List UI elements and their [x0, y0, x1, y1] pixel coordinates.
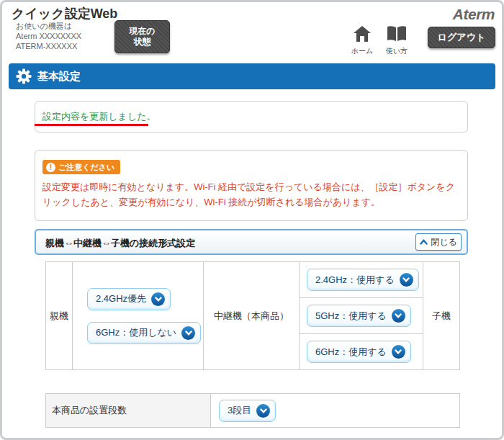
chevron-down-icon	[392, 309, 405, 323]
connection-settings-panel-header: 親機⇔中継機⇔子機の接続形式設定 閉じる	[35, 229, 468, 255]
placement-select[interactable]: 3段目	[219, 400, 276, 422]
home-button[interactable]: ホーム	[348, 25, 376, 56]
aterm-logo: Aterm	[453, 6, 495, 23]
placement-table: 本商品の設置段数 3段目	[45, 393, 460, 428]
parent-6ghz-select[interactable]: 6GHz：使用しない	[87, 322, 201, 344]
child-5ghz-select[interactable]: 5GHz：使用する	[307, 305, 411, 327]
caution-text: 設定変更は即時に有効となります。Wi-Fi 経由で設定を行っている場合には、［設…	[42, 179, 459, 210]
logout-label: ログアウト	[438, 31, 486, 44]
child-2-4ghz-value: 2.4GHz：使用する	[315, 274, 395, 287]
open-book-icon	[386, 25, 408, 45]
parent-selects-cell: 2.4GHz優先 6GHz：使用しない	[73, 262, 204, 370]
collapse-button-label: 閉じる	[431, 236, 457, 248]
current-status-label-line2: 状態	[134, 37, 151, 48]
device-model: Aterm XXXXXXXX	[16, 31, 81, 41]
chevron-up-icon	[420, 237, 428, 247]
connection-table: 親機 2.4GHz優先 6GHz：使用しない 中継機（本商品） 2.4GHz：使…	[45, 261, 460, 370]
update-message-box: 設定内容を更新しました。	[35, 101, 468, 133]
connection-settings-title: 親機⇔中継機⇔子機の接続形式設定	[45, 237, 195, 250]
device-intro: お使いの機器は	[16, 21, 81, 31]
child-device-label: 子機	[423, 262, 460, 370]
chevron-down-icon	[151, 292, 165, 306]
help-label: 使い方	[386, 46, 408, 56]
gear-icon	[16, 68, 32, 84]
table-row: 親機 2.4GHz優先 6GHz：使用しない 中継機（本商品） 2.4GHz：使…	[46, 262, 460, 298]
child-5ghz-value: 5GHz：使用する	[315, 310, 387, 323]
table-row: 本商品の設置段数 3段目	[46, 394, 460, 428]
page-title: クイック設定Web	[12, 5, 117, 22]
placement-value: 3段目	[228, 404, 251, 417]
chevron-down-icon	[392, 345, 405, 359]
parent-band-priority-select[interactable]: 2.4GHz優先	[87, 288, 171, 310]
caution-badge-label: ご注意ください	[58, 162, 114, 173]
placement-value-cell: 3段目	[211, 394, 460, 428]
child-6ghz-value: 6GHz：使用する	[315, 346, 387, 359]
child-6ghz-select[interactable]: 6GHz：使用する	[307, 341, 411, 363]
help-button[interactable]: 使い方	[381, 25, 413, 56]
red-underline-annotation	[35, 124, 148, 126]
update-message-text: 設定内容を更新しました。	[42, 110, 156, 123]
basic-settings-title: 基本設定	[37, 70, 81, 84]
home-icon	[353, 25, 372, 45]
current-status-label-line1: 現在の	[129, 26, 155, 37]
current-status-button[interactable]: 現在の 状態	[114, 20, 170, 53]
exclamation-icon: !	[46, 163, 55, 172]
parent-device-label: 親機	[46, 262, 73, 370]
chevron-down-icon	[181, 326, 195, 340]
child-5ghz-cell: 5GHz：使用する	[300, 298, 423, 334]
child-2-4ghz-select[interactable]: 2.4GHz：使用する	[307, 269, 419, 291]
repeater-device-label: 中継機（本商品）	[204, 262, 300, 370]
child-2-4ghz-cell: 2.4GHz：使用する	[300, 262, 423, 298]
caution-badge: ! ご注意ください	[42, 160, 120, 174]
child-6ghz-cell: 6GHz：使用する	[300, 334, 423, 370]
device-name: ATERM-XXXXXX	[16, 41, 81, 51]
quick-setup-page: クイック設定Web お使いの機器は Aterm XXXXXXXX ATERM-X…	[0, 0, 504, 440]
section-title-bar: 基本設定	[9, 63, 495, 89]
parent-6ghz-value: 6GHz：使用しない	[96, 326, 176, 339]
notice-box: ! ご注意ください 設定変更は即時に有効となります。Wi-Fi 経由で設定を行っ…	[35, 150, 468, 221]
collapse-button[interactable]: 閉じる	[415, 233, 462, 251]
placement-label: 本商品の設置段数	[46, 394, 211, 428]
chevron-down-icon	[400, 273, 413, 287]
parent-band-priority-value: 2.4GHz優先	[96, 292, 146, 305]
device-info: お使いの機器は Aterm XXXXXXXX ATERM-XXXXXX	[16, 21, 81, 51]
logout-button[interactable]: ログアウト	[428, 27, 495, 48]
chevron-down-icon	[256, 404, 270, 418]
home-label: ホーム	[351, 46, 373, 56]
